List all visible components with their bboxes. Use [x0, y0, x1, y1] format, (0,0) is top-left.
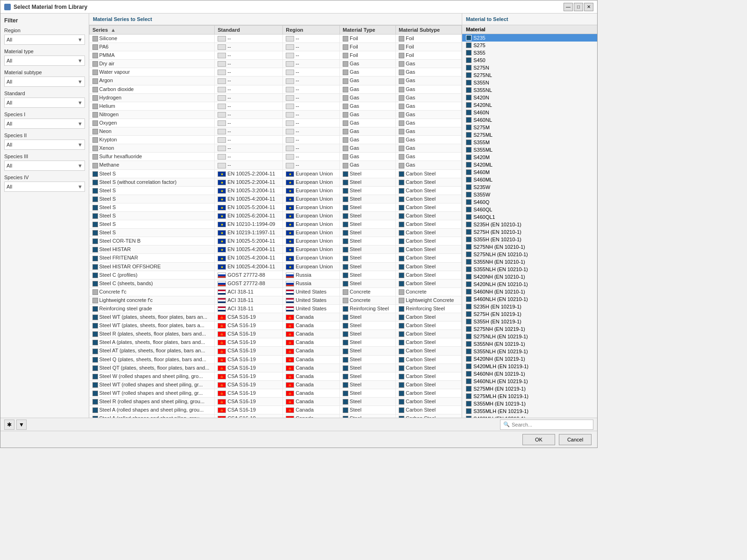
material-list-item[interactable]: S460Q	[462, 198, 597, 206]
material-list-item[interactable]: S420NL	[462, 101, 597, 109]
material-list-item[interactable]: S355NLH (EN 10219-1)	[462, 348, 597, 355]
cancel-button[interactable]: Cancel	[559, 434, 592, 445]
table-row[interactable]: Reinforcing steel grade ACI 318-11 Unite…	[90, 305, 462, 313]
table-row[interactable]: Steel S ★EN 10025-2:2004-11 ★European Un…	[90, 169, 462, 178]
material-list-item[interactable]: S275	[462, 42, 597, 49]
table-row[interactable]: Steel AT (plates, sheets, floor plates, …	[90, 347, 462, 355]
material-list-item[interactable]: S460ML	[462, 176, 597, 183]
material-list-item[interactable]: S355MH (EN 10219-1)	[462, 400, 597, 407]
table-row[interactable]: Steel COR-TEN B ★EN 10025-5:2004-11 ★Eur…	[90, 237, 462, 245]
filter-region-select[interactable]: All ▼	[4, 35, 85, 45]
material-list-item[interactable]: S420M	[462, 154, 597, 161]
material-list-item[interactable]: S450	[462, 56, 597, 64]
material-list-item[interactable]: S460NLH (EN 10210-1)	[462, 295, 597, 303]
material-list-item[interactable]: S275NLH (EN 10219-1)	[462, 333, 597, 340]
material-list-item[interactable]: S355N	[462, 79, 597, 86]
table-row[interactable]: Xenon -- -- Gas Gas	[90, 144, 462, 153]
material-list-item[interactable]: S420NLH (EN 10210-1)	[462, 280, 597, 288]
material-list-item[interactable]: S460NL	[462, 116, 597, 124]
table-row[interactable]: Steel S ★EN 10025-6:2004-11 ★European Un…	[90, 211, 462, 220]
table-row[interactable]: Dry air -- -- Gas Gas	[90, 60, 462, 68]
reset-filter-button[interactable]: ✱	[4, 420, 14, 430]
table-row[interactable]: Steel S ★EN 10025-3:2004-11 ★European Un…	[90, 186, 462, 195]
material-list-item[interactable]: S235H (EN 10210-1)	[462, 221, 597, 228]
table-row[interactable]: Lightweight concrete f'c ACI 318-11 Unit…	[90, 296, 462, 304]
material-list-item[interactable]: S460N	[462, 109, 597, 116]
material-list-item[interactable]: S355NLH (EN 10210-1)	[462, 266, 597, 273]
material-list-item[interactable]: S355M	[462, 139, 597, 146]
table-row[interactable]: Hydrogen -- -- Gas Gas	[90, 93, 462, 102]
material-list-item[interactable]: S275NLH (EN 10210-1)	[462, 251, 597, 258]
filter-species1-select[interactable]: All ▼	[4, 119, 85, 129]
material-list-item[interactable]: S275N	[462, 64, 597, 71]
material-list-item[interactable]: S460NLH (EN 10219-1)	[462, 378, 597, 385]
table-row[interactable]: Steel WT (plates, sheets, floor plates, …	[90, 322, 462, 330]
table-row[interactable]: PA6 -- -- Foil Foil	[90, 43, 462, 51]
filter-species4-select[interactable]: All ▼	[4, 182, 85, 192]
material-list-item[interactable]: S275H (EN 10219-1)	[462, 310, 597, 318]
table-row[interactable]: Steel R (plates, sheets, floor plates, b…	[90, 330, 462, 338]
table-row[interactable]: Sulfur hexafluoride -- -- Gas Gas	[90, 153, 462, 161]
filter-species3-select[interactable]: All ▼	[4, 161, 85, 171]
table-row[interactable]: Concrete f'c ACI 318-11 United States Co…	[90, 287, 462, 296]
material-list-item[interactable]: S355NL	[462, 86, 597, 94]
table-row[interactable]: Steel HISTAR OFFSHORE ★EN 10025-4:2004-1…	[90, 262, 462, 271]
table-row[interactable]: Methane -- -- Gas Gas	[90, 161, 462, 169]
material-list-item[interactable]: S355H (EN 10210-1)	[462, 236, 597, 243]
material-list-item[interactable]: S460QL1	[462, 213, 597, 221]
material-list-item[interactable]: S420NH (EN 10219-1)	[462, 355, 597, 363]
material-list-item[interactable]: S420NH (EN 10210-1)	[462, 273, 597, 280]
series-table-container[interactable]: Series ▲ Standard Region Material Type M…	[89, 25, 462, 418]
filter-button[interactable]: ▼	[16, 420, 27, 430]
table-row[interactable]: Steel W (rolled shapes and sheet piling,…	[90, 372, 462, 380]
table-row[interactable]: Steel WT (plates, sheets, floor plates, …	[90, 313, 462, 322]
table-row[interactable]: Steel C (sheets, bands) GOST 27772-88 Ru…	[90, 279, 462, 287]
col-header-material-subtype[interactable]: Material Subtype	[396, 26, 462, 35]
material-list-item[interactable]: S355NH (EN 10210-1)	[462, 258, 597, 266]
table-row[interactable]: Silicone -- -- Foil Foil	[90, 35, 462, 43]
material-list-item[interactable]: S355NH (EN 10219-1)	[462, 340, 597, 348]
table-row[interactable]: Steel S ★EN 10219-1:1997-11 ★European Un…	[90, 229, 462, 237]
table-row[interactable]: Steel S (without correlation factor) ★EN…	[90, 178, 462, 186]
search-input[interactable]	[512, 422, 586, 427]
material-list-item[interactable]: S355H (EN 10219-1)	[462, 318, 597, 325]
table-row[interactable]: Nitrogen -- -- Gas Gas	[90, 110, 462, 119]
material-list-item[interactable]: S460NH (EN 10219-1)	[462, 370, 597, 378]
table-row[interactable]: PMMA -- -- Foil Foil	[90, 51, 462, 60]
table-row[interactable]: Steel FRITENAR ★EN 10025-4:2004-11 ★Euro…	[90, 254, 462, 262]
material-list-item[interactable]: S275NL	[462, 71, 597, 79]
material-list-item[interactable]: S275M	[462, 124, 597, 131]
table-row[interactable]: Steel Q (plates, sheets, floor plates, b…	[90, 355, 462, 364]
col-header-series[interactable]: Series ▲	[90, 26, 215, 35]
material-list-item[interactable]: S235W	[462, 183, 597, 191]
table-row[interactable]: Steel A (rolled shapes and sheet piling,…	[90, 406, 462, 414]
table-row[interactable]: Steel S ★EN 10210-1:1994-09 ★European Un…	[90, 220, 462, 229]
table-row[interactable]: Steel C (profiles) GOST 27772-88 Russia …	[90, 271, 462, 279]
col-header-region[interactable]: Region	[283, 26, 340, 35]
material-list-item[interactable]: S460M	[462, 168, 597, 176]
table-row[interactable]: Helium -- -- Gas Gas	[90, 102, 462, 110]
table-row[interactable]: Steel WT (rolled shapes and sheet piling…	[90, 389, 462, 397]
table-row[interactable]: Carbon dioxide -- -- Gas Gas	[90, 85, 462, 93]
table-row[interactable]: Krypton -- -- Gas Gas	[90, 136, 462, 144]
table-row[interactable]: Steel A (rolled shapes and sheet piling,…	[90, 414, 462, 418]
table-row[interactable]: Steel S ★EN 10025-5:2004-11 ★European Un…	[90, 203, 462, 211]
table-row[interactable]: Steel WT (rolled shapes and sheet piling…	[90, 380, 462, 389]
table-row[interactable]: Steel A (plates, sheets, floor plates, b…	[90, 338, 462, 347]
material-list-item[interactable]: S460NH (EN 10210-1)	[462, 288, 597, 295]
material-list-item[interactable]: S420N	[462, 94, 597, 101]
ok-button[interactable]: OK	[522, 434, 555, 445]
filter-standard-select[interactable]: All ▼	[4, 98, 85, 108]
material-list-item[interactable]: S275ML	[462, 131, 597, 139]
table-row[interactable]: Steel QT (plates, sheets, floor plates, …	[90, 364, 462, 372]
material-list-item[interactable]: S235	[462, 34, 597, 42]
material-list-item[interactable]: S460QL	[462, 206, 597, 213]
material-list-item[interactable]: S420MLH (EN 10219-1)	[462, 363, 597, 370]
material-list-item[interactable]: S275NH (EN 10210-1)	[462, 243, 597, 251]
material-list[interactable]: S235S275S355S450S275NS275NLS355NS355NLS4…	[462, 34, 597, 418]
col-header-material-type[interactable]: Material Type	[340, 26, 396, 35]
material-list-item[interactable]: S235H (EN 10219-1)	[462, 303, 597, 310]
material-list-item[interactable]: S275NH (EN 10219-1)	[462, 325, 597, 333]
table-row[interactable]: Steel S ★EN 10025-4:2004-11 ★European Un…	[90, 195, 462, 203]
filter-material-type-select[interactable]: All ▼	[4, 56, 85, 66]
